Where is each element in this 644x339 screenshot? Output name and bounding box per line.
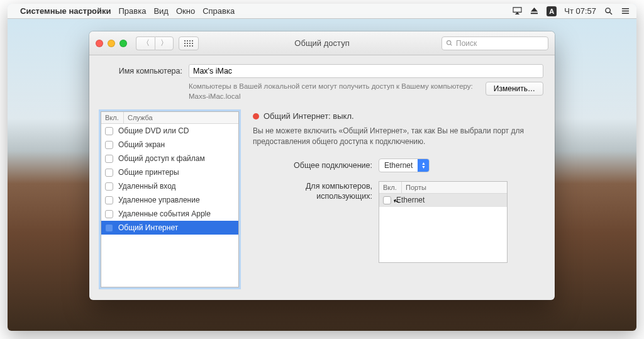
preferences-window: 〈 〉 Общий доступ Поиск Имя компьютера: К… [89, 31, 555, 300]
services-table[interactable]: Вкл. Служба Общие DVD или CDОбщий экранО… [101, 111, 239, 287]
port-row[interactable]: ↖Ethernet [379, 194, 507, 207]
service-label: Общие принтеры [118, 168, 179, 177]
service-checkbox[interactable] [105, 224, 113, 232]
app-menu[interactable]: Системные настройки [20, 6, 111, 16]
airplay-icon[interactable] [513, 7, 522, 15]
back-button[interactable]: 〈 [136, 36, 155, 50]
computer-name-input[interactable] [189, 64, 543, 78]
share-from-value: Ethernet [384, 161, 413, 170]
window-title: Общий доступ [294, 38, 349, 48]
spotlight-icon[interactable] [604, 7, 613, 15]
ports-table[interactable]: Вкл. Порты ↖Ethernet [379, 181, 508, 263]
search-placeholder: Поиск [456, 39, 477, 48]
service-label: Общий доступ к файлам [118, 154, 205, 163]
service-row[interactable]: Общий доступ к файлам [101, 152, 238, 165]
service-label: Общий Интернет [118, 223, 178, 232]
menu-bar: Системные настройки Правка Вид Окно Спра… [8, 4, 636, 19]
svg-point-0 [606, 8, 610, 13]
service-row[interactable]: Удаленный вход [101, 179, 238, 193]
service-checkbox[interactable] [105, 182, 113, 191]
share-from-select[interactable]: Ethernet ▲▼ [379, 158, 430, 172]
service-checkbox[interactable] [105, 196, 113, 204]
services-header-on: Вкл. [101, 112, 124, 123]
svg-line-1 [609, 12, 612, 14]
share-from-label: Общее подключение: [253, 161, 379, 170]
service-row[interactable]: Удаленные события Apple [101, 207, 238, 221]
service-checkbox[interactable] [105, 210, 113, 218]
service-label: Удаленное управление [118, 196, 200, 204]
show-all-button[interactable] [179, 36, 199, 50]
status-indicator-icon [253, 113, 259, 119]
menu-view[interactable]: Вид [153, 6, 169, 16]
computer-name-label: Имя компьютера: [101, 67, 189, 75]
service-label: Общий экран [118, 140, 165, 149]
service-label: Общие DVD или CD [118, 126, 189, 135]
eject-icon[interactable] [530, 7, 539, 15]
service-row[interactable]: Общие DVD или CD [101, 124, 238, 138]
service-row[interactable]: Удаленное управление [101, 193, 238, 207]
service-row[interactable]: Общий экран [101, 138, 238, 152]
services-header-service: Служба [124, 112, 238, 123]
menu-edit[interactable]: Правка [119, 6, 147, 16]
minimize-button[interactable] [108, 40, 115, 47]
service-checkbox[interactable] [105, 127, 113, 135]
input-source-icon[interactable]: А [547, 6, 557, 16]
ports-header-ports: Порты [402, 182, 507, 193]
service-label: Удаленный вход [118, 182, 176, 191]
menu-window[interactable]: Окно [176, 6, 195, 16]
search-input[interactable]: Поиск [441, 36, 548, 50]
forward-button[interactable]: 〉 [155, 36, 174, 50]
menubar-clock[interactable]: Чт 07:57 [564, 6, 596, 16]
window-titlebar[interactable]: 〈 〉 Общий доступ Поиск [89, 31, 555, 55]
port-checkbox[interactable] [383, 196, 391, 204]
status-description: Вы не можете включить «Общий Интернет», … [253, 126, 543, 147]
chevron-up-down-icon: ▲▼ [418, 159, 429, 172]
svg-point-5 [447, 41, 451, 45]
service-row[interactable]: Общий Интернет [101, 221, 238, 235]
notification-center-icon[interactable] [621, 7, 630, 15]
computer-name-hint: Компьютеры в Вашей локальной сети могут … [189, 82, 478, 101]
close-button[interactable] [96, 40, 103, 47]
service-checkbox[interactable] [105, 141, 113, 149]
service-checkbox[interactable] [105, 169, 113, 177]
menu-help[interactable]: Справка [203, 6, 235, 16]
service-checkbox[interactable] [105, 155, 113, 163]
status-title: Общий Интернет: выкл. [264, 111, 354, 121]
service-label: Удаленные события Apple [118, 209, 211, 218]
service-row[interactable]: Общие принтеры [101, 165, 238, 179]
change-name-button[interactable]: Изменить… [486, 82, 543, 96]
ports-header-on: Вкл. [379, 182, 402, 193]
svg-line-6 [450, 44, 452, 45]
zoom-button[interactable] [119, 40, 127, 47]
to-computers-label: Для компьютеров, использующих: [253, 181, 379, 202]
